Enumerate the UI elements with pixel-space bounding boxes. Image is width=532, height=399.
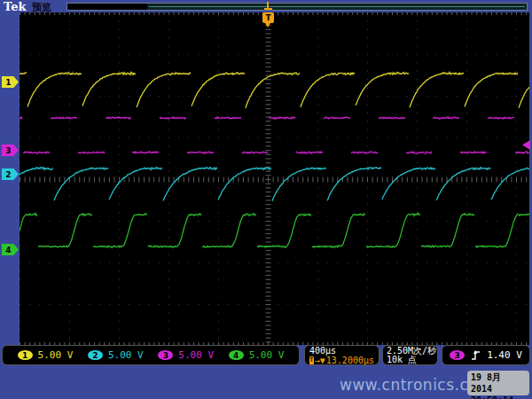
- channel1-readout[interactable]: 1 5.00 V: [18, 349, 74, 361]
- channel4-readout[interactable]: 4 5.00 V: [229, 349, 285, 361]
- record-length: 10k 点: [387, 356, 434, 364]
- channel2-ground-marker[interactable]: 2: [2, 168, 19, 180]
- record-view-offscreen-segment: [67, 4, 147, 10]
- trigger-delay-arrows-icon: →▼: [315, 356, 325, 365]
- channel2-scale: 5.00 V: [108, 349, 144, 361]
- channel3-ground-marker[interactable]: 3: [2, 145, 19, 156]
- trigger-delay-t-icon: T: [309, 356, 314, 364]
- trigger-delay-readout: T →▼ 13.2000μs: [309, 356, 374, 365]
- channel4-badge: 4: [229, 350, 244, 360]
- channel-readout-bar: 1 5.00 V 2 5.00 V 3 5.00 V 4 5.00 V: [2, 345, 300, 365]
- channel2-readout[interactable]: 2 5.00 V: [88, 349, 144, 361]
- timebase-readout[interactable]: 400μs T →▼ 13.2000μs: [304, 345, 379, 365]
- channel3-badge: 3: [158, 350, 173, 360]
- rising-edge-slope-icon: [471, 349, 481, 361]
- waveform-display: [20, 12, 529, 345]
- trigger-position-t-icon[interactable]: T: [262, 12, 274, 23]
- scope-canvas: [20, 12, 529, 345]
- channel2-badge: 2: [88, 350, 103, 360]
- channel4-scale: 5.00 V: [249, 349, 285, 361]
- tek-logo: Tek: [4, 0, 26, 13]
- record-trigger-position-icon[interactable]: [264, 2, 272, 11]
- channel4-ground-marker[interactable]: 4: [2, 244, 19, 255]
- record-view-waveform-line: [149, 6, 525, 7]
- channel1-ground-marker[interactable]: 1: [2, 76, 19, 88]
- trigger-level-value: 1.40 V: [487, 349, 522, 361]
- timebase-scale: 400μs: [309, 347, 374, 356]
- channel3-readout[interactable]: 3 5.00 V: [158, 349, 214, 361]
- trigger-readout[interactable]: 3 1.40 V: [442, 345, 530, 365]
- datetime-box: 19 8月 2014 20:59:14: [467, 371, 529, 395]
- record-view-bar[interactable]: [66, 3, 528, 11]
- trigger-position-stem-icon: [265, 23, 270, 27]
- acquisition-readout[interactable]: 2.50M次/秒 10k 点: [382, 345, 438, 365]
- trigger-delay-value: 13.2000μs: [326, 356, 374, 365]
- time-label: 20:59:14: [471, 395, 526, 399]
- trigger-source-badge: 3: [450, 350, 465, 360]
- channel1-badge: 1: [18, 350, 33, 360]
- date-label: 19 8月 2014: [471, 372, 526, 395]
- channel1-scale: 5.00 V: [38, 349, 74, 361]
- channel3-scale: 5.00 V: [178, 349, 214, 361]
